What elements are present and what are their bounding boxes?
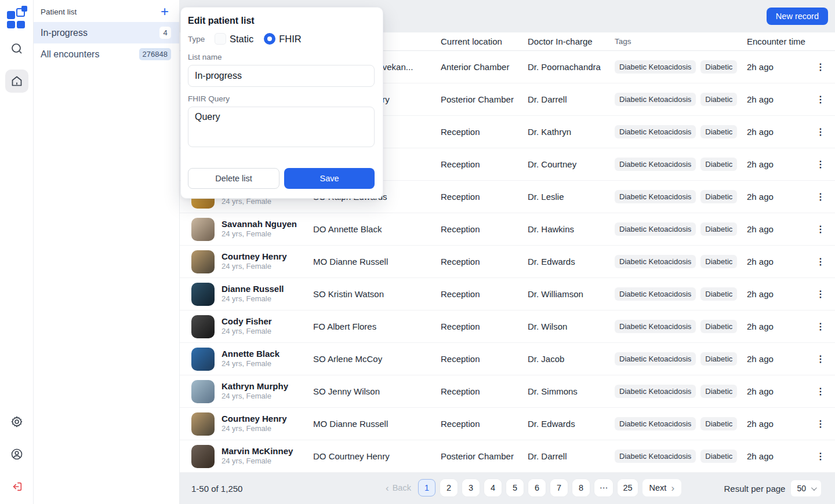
chevron-right-icon: › — [671, 483, 674, 493]
delete-list-button[interactable]: Delete list — [188, 168, 279, 189]
patient-identity: Kathryn Murphy24 yrs, Female — [222, 381, 288, 402]
add-list-button plus-icon[interactable]: + — [161, 6, 169, 17]
back-button[interactable]: ‹ Back — [386, 483, 411, 493]
kebab-menu-icon[interactable]: ⋮ — [816, 419, 825, 429]
kebab-menu-icon[interactable]: ⋮ — [816, 257, 825, 266]
kebab-menu-icon[interactable]: ⋮ — [816, 62, 825, 72]
kebab-menu-icon[interactable]: ⋮ — [816, 386, 825, 396]
doctor-cell: Dr. Poornachandra — [528, 62, 615, 72]
save-button[interactable]: Save — [284, 168, 375, 189]
table-row[interactable]: Kathryn Murphy24 yrs, FemaleSO Jenny Wil… — [180, 375, 835, 408]
page-button[interactable]: 1 — [418, 479, 435, 496]
practitioner-cell: SO Arlene McCoy — [313, 354, 441, 364]
tag-badge: Diabetic Ketoacidosis — [615, 417, 696, 430]
pager: ‹ Back 12345678⋯25Next› — [386, 479, 681, 496]
home-icon[interactable] — [5, 70, 28, 93]
encounter-time-cell: 2h ago — [747, 159, 812, 169]
table-row[interactable]: Annette Black24 yrs, FemaleSO Arlene McC… — [180, 343, 835, 375]
patient-identity: Courtney Henry24 yrs, Female — [222, 251, 287, 272]
doctor-cell: Dr. Edwards — [528, 257, 615, 266]
header-encounter-time: Encounter time — [747, 36, 812, 46]
patient-cell: Cody Fisher24 yrs, Female — [191, 315, 313, 338]
kebab-menu-icon[interactable]: ⋮ — [816, 94, 825, 104]
practitioner-cell: SO Kristin Watson — [313, 289, 441, 299]
patient-avatar — [191, 445, 215, 468]
kebab-menu-icon[interactable]: ⋮ — [816, 224, 825, 234]
tag-badge: Diabetic — [700, 190, 737, 203]
patient-list-item[interactable]: In-progress4 — [34, 22, 179, 43]
tags-cell: Diabetic KetoacidosisDiabetic — [615, 287, 747, 301]
practitioner-cell: MO Dianne Russell — [313, 419, 441, 429]
tags-cell: Diabetic KetoacidosisDiabetic — [615, 417, 747, 430]
tags-cell: Diabetic KetoacidosisDiabetic — [615, 125, 747, 138]
table-row[interactable]: Courtney Henry24 yrs, FemaleMO Dianne Ru… — [180, 246, 835, 278]
encounter-time-cell: 2h ago — [747, 62, 812, 72]
patient-avatar — [191, 412, 215, 436]
page-button[interactable]: 7 — [550, 479, 568, 496]
doctor-cell: Dr. Jacob — [528, 354, 615, 364]
app-logo-icon[interactable] — [7, 8, 27, 28]
encounter-time-cell: 2h ago — [747, 224, 812, 234]
type-option-fhir[interactable]: FHIR — [264, 33, 302, 45]
kebab-menu-icon[interactable]: ⋮ — [816, 354, 825, 364]
kebab-menu-icon[interactable]: ⋮ — [816, 127, 825, 137]
search-icon[interactable] — [5, 37, 28, 60]
patient-meta: 24 yrs, Female — [222, 229, 297, 239]
tag-badge: Diabetic — [700, 352, 737, 366]
page-button[interactable]: 8 — [572, 479, 590, 496]
table-row[interactable]: Savannah Nguyen24 yrs, FemaleDO Annette … — [180, 213, 835, 246]
panel-title: Patient list — [41, 8, 77, 16]
list-name-input[interactable] — [188, 65, 375, 87]
patient-meta: 24 yrs, Female — [222, 359, 279, 369]
profile-icon[interactable] — [5, 443, 28, 466]
doctor-cell: Dr. Hawkins — [528, 224, 615, 234]
header-tags: Tags — [615, 37, 747, 46]
patient-list-item[interactable]: All encounters276848 — [34, 43, 179, 65]
tag-badge: Diabetic — [700, 158, 737, 171]
location-cell: Reception — [441, 289, 528, 299]
patient-cell: Courtney Henry24 yrs, Female — [191, 412, 313, 436]
table-row[interactable]: Marvin McKinney24 yrs, FemaleDO Courtney… — [180, 440, 835, 473]
list-item-label: All encounters — [41, 49, 99, 60]
radio-selected-icon[interactable] — [264, 33, 275, 45]
logout-icon[interactable] — [5, 475, 28, 498]
kebab-menu-icon[interactable]: ⋮ — [816, 159, 825, 169]
doctor-cell: Dr. Williamson — [528, 289, 615, 299]
page-button[interactable]: 2 — [440, 479, 458, 496]
settings-icon[interactable] — [5, 410, 28, 433]
doctor-cell: Dr. Leslie — [528, 192, 615, 202]
tag-badge: Diabetic Ketoacidosis — [615, 158, 696, 171]
popover-title: Edit patient list — [188, 16, 375, 26]
next-button[interactable]: Next› — [642, 479, 682, 496]
checkbox-unchecked-icon[interactable] — [215, 33, 226, 45]
page-button[interactable]: 25 — [618, 479, 637, 496]
location-cell: Anterior Chamber — [441, 62, 528, 72]
table-row[interactable]: Dianne Russell24 yrs, FemaleSO Kristin W… — [180, 278, 835, 311]
page-button[interactable]: 3 — [462, 479, 480, 496]
table-row[interactable]: Courtney Henry24 yrs, FemaleMO Dianne Ru… — [180, 408, 835, 440]
page-button[interactable]: 5 — [506, 479, 524, 496]
kebab-menu-icon[interactable]: ⋮ — [816, 192, 825, 202]
encounter-time-cell: 2h ago — [747, 127, 812, 137]
tags-cell: Diabetic KetoacidosisDiabetic — [615, 352, 747, 366]
fhir-query-textarea[interactable]: Query — [188, 107, 375, 147]
doctor-cell: Dr. Wilson — [528, 322, 615, 331]
kebab-menu-icon[interactable]: ⋮ — [816, 289, 825, 299]
table-row[interactable]: Cody Fisher24 yrs, FemaleFO Albert Flore… — [180, 311, 835, 343]
tag-badge: Diabetic Ketoacidosis — [615, 125, 696, 138]
new-record-button[interactable]: New record — [767, 8, 828, 25]
type-option-static[interactable]: Static — [215, 33, 253, 45]
page-button[interactable]: 4 — [484, 479, 502, 496]
doctor-cell: Dr. Darrell — [528, 451, 615, 461]
location-cell: Reception — [441, 322, 528, 331]
patient-avatar — [191, 348, 215, 371]
tag-badge: Diabetic — [700, 450, 737, 463]
encounter-time-cell: 2h ago — [747, 94, 812, 104]
practitioner-cell: SO Jenny Wilson — [313, 386, 441, 396]
kebab-menu-icon[interactable]: ⋮ — [816, 322, 825, 331]
header-doctor-in-charge: Doctor In-charge — [528, 36, 615, 46]
page-button[interactable]: 6 — [528, 479, 546, 496]
page-ellipsis-button[interactable]: ⋯ — [594, 479, 613, 496]
page-size-select[interactable]: 50 — [791, 480, 821, 496]
kebab-menu-icon[interactable]: ⋮ — [816, 451, 825, 461]
